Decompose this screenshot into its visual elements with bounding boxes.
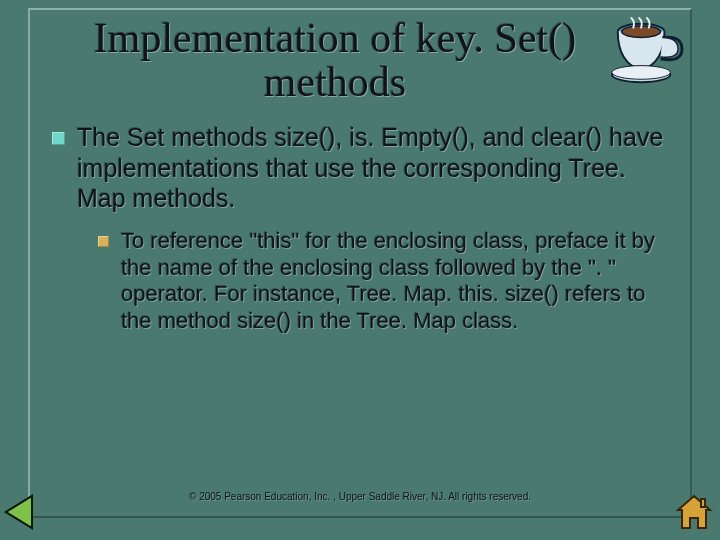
home-icon[interactable]	[674, 494, 714, 536]
bullet-level2: To reference "this" for the enclosing cl…	[52, 228, 670, 335]
prev-arrow-icon[interactable]	[2, 492, 46, 536]
bullet-marker-icon	[52, 132, 65, 145]
slide-frame: Implementation of key. Set() methods The…	[28, 8, 692, 518]
slide: Implementation of key. Set() methods The…	[0, 0, 720, 540]
copyright-footer: © 2005 Pearson Education, Inc. , Upper S…	[30, 491, 690, 502]
bullet-level1: The Set methods size(), is. Empty(), and…	[52, 122, 670, 214]
slide-title: Implementation of key. Set() methods	[40, 16, 630, 104]
bullet-level1-text: The Set methods size(), is. Empty(), and…	[77, 122, 670, 214]
body: The Set methods size(), is. Empty(), and…	[30, 104, 690, 335]
svg-marker-5	[6, 496, 32, 528]
bullet-level2-text: To reference "this" for the enclosing cl…	[121, 228, 670, 335]
bullet-marker-icon	[98, 236, 109, 247]
svg-point-3	[612, 66, 670, 80]
title-area: Implementation of key. Set() methods	[30, 10, 690, 104]
teacup-icon	[606, 16, 684, 88]
svg-rect-7	[701, 499, 705, 507]
